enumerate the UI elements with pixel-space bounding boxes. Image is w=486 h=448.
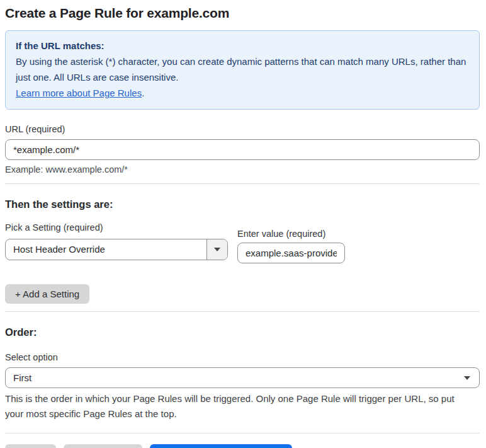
pick-setting-dropdown[interactable]: Host Header Override xyxy=(5,239,228,260)
footer-actions: Cancel Save as Draft Save and Deploy Pag… xyxy=(5,444,480,448)
enter-value-label: Enter value (required) xyxy=(237,229,345,239)
order-description-text: This is the order in which your Page Rul… xyxy=(5,391,471,422)
order-select-label: Select option xyxy=(5,352,480,362)
save-and-deploy-button[interactable]: Save and Deploy Page Rule xyxy=(150,444,292,448)
order-select-dropdown[interactable]: First xyxy=(5,367,480,388)
setting-value-input[interactable] xyxy=(237,243,345,263)
pick-setting-label: Pick a Setting (required) xyxy=(5,222,228,233)
settings-section-heading: Then the settings are: xyxy=(5,198,480,210)
order-section-heading: Order: xyxy=(5,326,480,338)
order-selected-value: First xyxy=(6,368,479,388)
divider xyxy=(5,183,480,184)
caret-down-icon xyxy=(464,376,470,380)
url-label: URL (required) xyxy=(5,124,480,134)
learn-more-link[interactable]: Learn more about Page Rules xyxy=(16,88,142,98)
enter-value-column: Enter value (required) xyxy=(237,229,345,263)
save-as-draft-button[interactable]: Save as Draft xyxy=(64,444,142,448)
page-title: Create a Page Rule for example.com xyxy=(5,6,480,21)
url-input[interactable] xyxy=(5,139,480,160)
info-box-heading: If the URL matches: xyxy=(16,38,469,54)
divider xyxy=(5,311,480,312)
url-example-text: Example: www.example.com/* xyxy=(5,164,480,175)
dropdown-arrow-button[interactable] xyxy=(206,239,227,260)
add-setting-button[interactable]: + Add a Setting xyxy=(5,284,89,304)
link-period: . xyxy=(142,88,144,98)
url-match-info-box: If the URL matches: By using the asteris… xyxy=(5,30,480,110)
settings-row: Pick a Setting (required) Host Header Ov… xyxy=(5,222,480,263)
pick-setting-selected-value: Host Header Override xyxy=(6,239,206,260)
caret-down-icon xyxy=(214,248,220,251)
divider xyxy=(5,433,480,434)
info-box-link-line: Learn more about Page Rules. xyxy=(16,85,469,101)
page-rule-form: Create a Page Rule for example.com If th… xyxy=(0,6,486,448)
info-box-body: By using the asterisk (*) character, you… xyxy=(16,54,469,85)
pick-setting-column: Pick a Setting (required) Host Header Ov… xyxy=(5,222,228,260)
cancel-button[interactable]: Cancel xyxy=(5,444,56,448)
